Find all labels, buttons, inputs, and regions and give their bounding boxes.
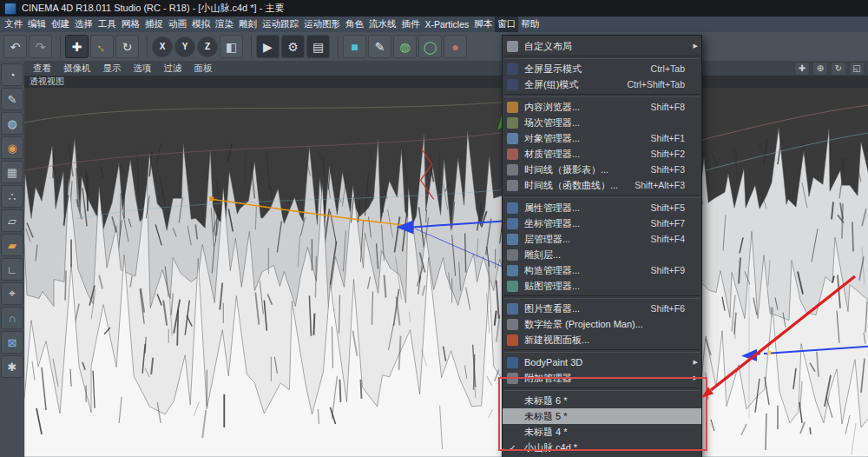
menu-窗口[interactable]: 窗口: [495, 17, 518, 32]
window-menu-item-20[interactable]: 数字绘景 (Projection Man)...: [503, 316, 701, 332]
quantize-button[interactable]: ✱: [1, 355, 23, 378]
workplane-mode-button[interactable]: ▦: [1, 161, 23, 183]
menu-流水线[interactable]: 流水线: [366, 17, 399, 32]
secondary-viewport[interactable]: [700, 76, 868, 457]
spline-handle-icon[interactable]: [209, 196, 214, 201]
viewport-menu-选项[interactable]: 选项: [128, 63, 157, 75]
window-menu-item-15[interactable]: 雕刻层...: [503, 247, 701, 262]
window-menu-item-27[interactable]: 未标题 5 *: [503, 408, 701, 424]
menu-帮助[interactable]: 帮助: [518, 17, 542, 32]
lock-y-axis-button[interactable]: Y: [174, 36, 195, 57]
manager-icon: [507, 249, 518, 261]
window-menu-item-5[interactable]: 内容浏览器...Shift+F8: [503, 99, 701, 115]
menu-插件[interactable]: 插件: [399, 17, 423, 32]
coordinate-system-button[interactable]: ◧: [220, 35, 243, 58]
menu-item-label: 未标题 5 *: [524, 410, 685, 423]
menu-创建[interactable]: 创建: [49, 17, 72, 32]
menu-运动跟踪[interactable]: 运动跟踪: [260, 17, 301, 32]
menu-X-Particles[interactable]: X-Particles: [423, 17, 472, 32]
viewport-menu-items: 查看摄像机显示选项过滤面板: [24, 63, 218, 75]
window-menu-item-28[interactable]: 未标题 4 *: [503, 424, 701, 440]
viewport-menu-面板[interactable]: 面板: [189, 63, 218, 75]
menu-模拟[interactable]: 模拟: [189, 17, 213, 32]
window-menu-item-26[interactable]: 未标题 6 *: [503, 393, 701, 408]
window-menu-item-2[interactable]: 全屏显示模式Ctrl+Tab: [503, 61, 701, 76]
menu-工具[interactable]: 工具: [95, 17, 119, 32]
window-menu-item-17[interactable]: 贴图管理器...: [503, 278, 701, 294]
render-settings-button[interactable]: ⚙: [281, 35, 305, 58]
secondary-viewport-header: [701, 76, 868, 88]
manager-icon: [507, 41, 518, 52]
window-menu-item-19[interactable]: 图片查看器...Shift+F6: [503, 301, 701, 316]
texture-mode-button[interactable]: ◉: [1, 136, 23, 159]
viewport-solo-button[interactable]: ⌖: [1, 282, 23, 305]
primitive-cube-button[interactable]: ■: [343, 35, 366, 58]
secondary-3d-scene[interactable]: [701, 88, 868, 457]
menu-脚本[interactable]: 脚本: [471, 17, 495, 32]
viewport-menu-显示[interactable]: 显示: [98, 63, 127, 75]
points-mode-button[interactable]: ∴: [1, 185, 23, 208]
menu-动画[interactable]: 动画: [166, 17, 189, 32]
axis-center-handle-icon[interactable]: [760, 353, 764, 356]
render-picture-viewer-button[interactable]: ▤: [306, 35, 330, 58]
window-menu-item-23[interactable]: BodyPaint 3D▶: [503, 354, 701, 370]
viewport-menu-过滤[interactable]: 过滤: [159, 63, 187, 75]
menu-item-label: 场次管理器...: [524, 116, 685, 129]
lock-z-axis-button[interactable]: Z: [197, 36, 218, 57]
undo-button[interactable]: ↶: [3, 35, 27, 58]
instance-button[interactable]: ◯: [418, 35, 442, 58]
window-menu-item-9[interactable]: 时间线（摄影表）...Shift+F3: [503, 162, 701, 177]
menu-编辑[interactable]: 编辑: [25, 17, 49, 32]
window-menu-item-14[interactable]: 层管理器...Shift+F4: [503, 231, 701, 247]
render-active-view-button[interactable]: ▶: [256, 35, 279, 58]
lock-workplane-button[interactable]: ⊠: [1, 331, 23, 354]
polygons-mode-button[interactable]: ▰: [1, 234, 23, 256]
menu-文件[interactable]: 文件: [2, 17, 25, 32]
rotate-view-icon[interactable]: ↻: [831, 62, 846, 76]
menu-item-shortcut: Shift+F5: [651, 202, 687, 213]
menu-item-shortcut: Shift+F6: [651, 303, 687, 314]
menu-选择[interactable]: 选择: [72, 17, 95, 32]
window-menu-item-24[interactable]: 附加管理器▶: [503, 370, 701, 386]
menu-item-shortcut: Shift+F4: [651, 234, 687, 244]
window-menu-item-12[interactable]: 属性管理器...Shift+F5: [503, 200, 701, 215]
window-menu-item-21[interactable]: 新建视图面板...: [503, 332, 701, 348]
window-menu-item-16[interactable]: 构造管理器...Shift+F9: [503, 262, 701, 278]
window-menu-item-0[interactable]: 自定义布局▶: [503, 38, 701, 54]
viewport-menu-摄像机[interactable]: 摄像机: [58, 63, 96, 75]
enable-axis-button[interactable]: ∟: [1, 258, 23, 281]
layout-sphere-icon[interactable]: ◔: [1, 63, 23, 86]
rotate-tool[interactable]: ↻: [115, 35, 139, 58]
redo-button[interactable]: ↷: [29, 35, 52, 58]
pan-view-icon[interactable]: ✚: [794, 62, 810, 76]
edges-mode-button[interactable]: ▱: [1, 209, 23, 232]
subdivision-surface-button[interactable]: ◍: [393, 35, 417, 58]
window-menu-item-13[interactable]: 坐标管理器...Shift+F7: [503, 215, 701, 231]
window-menu-item-3[interactable]: 全屏(组)模式Ctrl+Shift+Tab: [503, 76, 701, 92]
spline-handle-icon-2[interactable]: [767, 351, 771, 354]
make-editable-button[interactable]: ✎: [1, 88, 23, 110]
lock-x-axis-button[interactable]: X: [152, 36, 173, 57]
menu-网格[interactable]: 网格: [119, 17, 142, 32]
menu-渲染[interactable]: 渲染: [213, 17, 236, 32]
enable-snap-button[interactable]: ∩: [1, 307, 23, 329]
window-menu-item-6[interactable]: 场次管理器...: [503, 115, 701, 130]
zoom-view-icon[interactable]: ⊕: [812, 62, 828, 76]
viewport-menu-查看[interactable]: 查看: [28, 63, 56, 75]
window-menu-item-8[interactable]: 材质管理器...Shift+F2: [503, 146, 701, 162]
menu-角色[interactable]: 角色: [343, 17, 366, 32]
menu-运动图形[interactable]: 运动图形: [301, 17, 343, 32]
window-menu-item-10[interactable]: 时间线（函数曲线）...Shift+Alt+F3: [503, 177, 701, 193]
toggle-view-icon[interactable]: ◱: [849, 62, 865, 76]
window-menu-item-7[interactable]: 对象管理器...Shift+F1: [503, 130, 701, 146]
menu-item-label: 贴图管理器...: [524, 280, 685, 293]
model-mode-button[interactable]: ◍: [1, 112, 23, 135]
menu-捕捉[interactable]: 捕捉: [142, 17, 166, 32]
menu-separator: [504, 56, 700, 59]
metaball-button[interactable]: ●: [444, 35, 467, 58]
menu-雕刻[interactable]: 雕刻: [236, 17, 260, 32]
move-tool[interactable]: ✚: [65, 35, 89, 58]
window-menu-item-29[interactable]: ✓小山脉.c4d *: [503, 440, 701, 455]
scale-tool[interactable]: ↔: [90, 35, 114, 58]
pen-spline-button[interactable]: ✎: [368, 35, 391, 58]
